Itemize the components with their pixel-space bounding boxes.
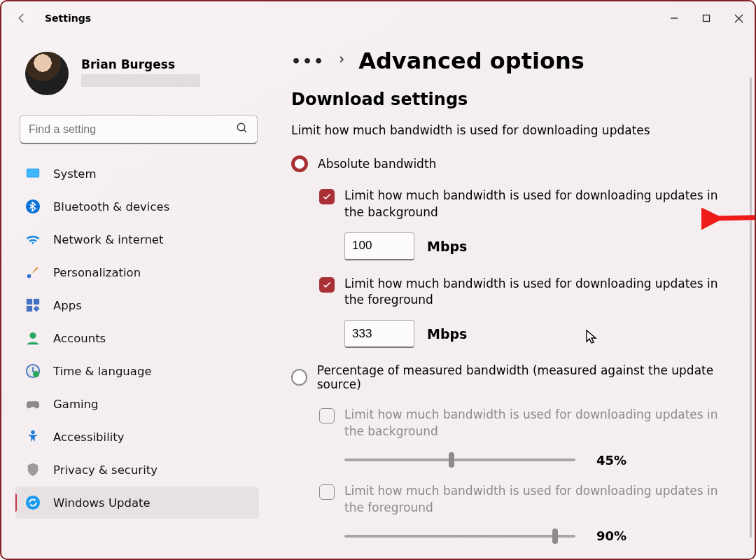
sidebar-item-personalization[interactable]: Personalization — [15, 256, 259, 288]
monitor-icon — [25, 166, 41, 181]
nav-label: Apps — [53, 299, 82, 312]
breadcrumb-more-icon[interactable]: ••• — [291, 52, 325, 70]
titlebar-left: Settings — [15, 12, 91, 24]
svg-rect-10 — [27, 299, 32, 304]
bg-slider-row: 45% — [344, 453, 734, 468]
search-input[interactable] — [29, 123, 236, 136]
svg-rect-7 — [27, 169, 39, 177]
wifi-icon — [25, 232, 41, 247]
checkbox-label: Limit how much bandwidth is used for dow… — [344, 276, 734, 309]
accessibility-icon — [25, 429, 41, 444]
nav-label: System — [53, 167, 97, 181]
breadcrumb: ••• Advanced options — [291, 48, 734, 74]
sidebar-item-network[interactable]: Network & internet — [15, 223, 259, 255]
fg-slider — [344, 535, 575, 538]
limit-fg-block: Limit how much bandwidth is used for dow… — [291, 276, 734, 349]
search-icon[interactable] — [236, 122, 248, 137]
sidebar-item-apps[interactable]: Apps — [15, 289, 259, 321]
sidebar: Brian Burgess System Bluetooth & devices — [1, 35, 269, 559]
svg-point-14 — [29, 332, 36, 339]
radio-label: Absolute bandwidth — [318, 157, 436, 171]
svg-rect-11 — [34, 299, 39, 304]
sidebar-item-bluetooth[interactable]: Bluetooth & devices — [15, 190, 259, 223]
nav-label: Accessibility — [53, 430, 125, 444]
shield-icon — [25, 462, 41, 477]
chevron-right-icon — [337, 54, 346, 68]
checkbox-label: Limit how much bandwidth is used for dow… — [344, 188, 734, 221]
window-controls — [658, 7, 755, 29]
checkbox-pct-foreground: Limit how much bandwidth is used for dow… — [319, 483, 734, 517]
minimize-button[interactable] — [658, 7, 690, 29]
svg-point-17 — [31, 430, 35, 435]
radio-absolute-bandwidth[interactable]: Absolute bandwidth — [291, 155, 734, 172]
nav-label: Personalization — [53, 266, 141, 279]
fg-slider-row: 90% — [344, 528, 734, 543]
profile-email-redacted — [81, 74, 200, 87]
main-scroll: ••• Advanced options Download settings L… — [291, 48, 743, 559]
nav-label: Network & internet — [53, 233, 163, 246]
bg-bandwidth-input[interactable] — [344, 232, 414, 260]
checkbox-label: Limit how much bandwidth is used for dow… — [344, 483, 734, 517]
svg-point-9 — [27, 274, 31, 279]
checkbox-label: Limit how much bandwidth is used for dow… — [344, 407, 734, 440]
main-content: ••• Advanced options Download settings L… — [269, 35, 755, 559]
sidebar-item-accounts[interactable]: Accounts — [15, 322, 259, 354]
section-subtitle: Limit how much bandwidth is used for dow… — [291, 123, 734, 137]
back-button[interactable] — [15, 12, 28, 24]
pct-fg-block: Limit how much bandwidth is used for dow… — [291, 483, 734, 544]
slider-thumb — [552, 528, 558, 544]
sidebar-item-windows-update[interactable]: Windows Update — [15, 486, 259, 519]
checkbox-limit-foreground[interactable]: Limit how much bandwidth is used for dow… — [319, 276, 734, 309]
scrollbar[interactable] — [750, 77, 752, 538]
checkbox-pct-background: Limit how much bandwidth is used for dow… — [319, 407, 734, 440]
update-icon — [25, 495, 41, 510]
clock-globe-icon — [25, 363, 41, 379]
checkbox-limit-background[interactable]: Limit how much bandwidth is used for dow… — [319, 188, 734, 221]
nav-label: Privacy & security — [53, 463, 158, 477]
nav-label: Bluetooth & devices — [53, 200, 169, 214]
sidebar-item-system[interactable]: System — [15, 158, 259, 190]
gamepad-icon — [25, 396, 41, 412]
svg-rect-1 — [704, 15, 710, 22]
search-box[interactable] — [20, 115, 258, 144]
app-body: Brian Burgess System Bluetooth & devices — [1, 35, 755, 559]
page-title: Advanced options — [358, 48, 584, 74]
svg-line-5 — [244, 130, 246, 132]
bg-value-row: Mbps — [344, 232, 734, 260]
limit-bg-block: Limit how much bandwidth is used for dow… — [291, 188, 734, 260]
fg-value-row: Mbps — [344, 320, 734, 348]
avatar — [25, 52, 69, 95]
pct-bg-block: Limit how much bandwidth is used for dow… — [291, 407, 734, 468]
fg-bandwidth-input[interactable] — [344, 320, 414, 348]
person-icon — [25, 330, 41, 346]
nav-label: Accounts — [53, 332, 106, 345]
svg-point-18 — [26, 496, 40, 510]
close-button[interactable] — [722, 7, 755, 29]
maximize-button[interactable] — [690, 7, 722, 29]
unit-label: Mbps — [427, 239, 467, 254]
svg-point-16 — [33, 371, 39, 377]
paintbrush-icon — [25, 265, 41, 280]
checkbox-unchecked-icon — [319, 408, 335, 424]
sidebar-item-time[interactable]: Time & language — [15, 355, 259, 387]
sidebar-item-accessibility[interactable]: Accessibility — [15, 421, 259, 453]
section-title: Download settings — [291, 90, 734, 109]
checkbox-unchecked-icon — [319, 484, 335, 500]
checkbox-checked-icon — [319, 189, 335, 204]
unit-label: Mbps — [427, 326, 467, 342]
nav-label: Windows Update — [53, 496, 150, 510]
sidebar-item-gaming[interactable]: Gaming — [15, 388, 259, 420]
fg-pct-value: 90% — [596, 528, 626, 543]
titlebar: Settings — [1, 1, 755, 35]
bluetooth-icon — [25, 199, 41, 214]
sidebar-item-privacy[interactable]: Privacy & security — [15, 454, 259, 486]
profile-block[interactable]: Brian Burgess — [15, 52, 269, 95]
radio-on-icon — [291, 155, 308, 172]
apps-icon — [25, 298, 41, 313]
radio-percentage-bandwidth[interactable]: Percentage of measured bandwidth (measur… — [291, 363, 734, 391]
svg-rect-12 — [27, 306, 32, 312]
bg-slider — [344, 458, 575, 461]
nav: System Bluetooth & devices Network & int… — [15, 157, 269, 559]
profile-name: Brian Burgess — [81, 57, 200, 71]
settings-window: Settings Brian Burgess — [0, 0, 756, 560]
